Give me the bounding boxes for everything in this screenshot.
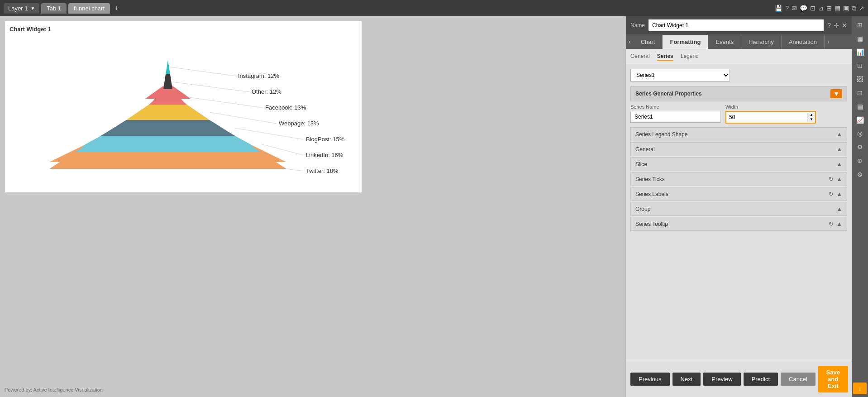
name-label: Name — [630, 22, 645, 29]
tab-chart[interactable]: Chart — [634, 35, 663, 49]
panel-tab-prev-arrow[interactable]: ‹ — [626, 34, 634, 49]
panel-footer: Previous Next Preview Predict Cancel Sav… — [626, 361, 852, 397]
canvas-area: Chart Widget 1 — [0, 16, 625, 397]
layer-tab-arrow[interactable]: ▼ — [30, 6, 35, 11]
grid-icon[interactable]: ⊞ — [826, 5, 832, 12]
series-tooltip-section[interactable]: Series Tooltip ↻ ▲ — [630, 217, 847, 231]
sidebar-table-icon[interactable]: ⊞ — [853, 19, 867, 31]
sidebar-area-icon[interactable]: 📊 — [853, 46, 867, 58]
tab-hierarchy[interactable]: Hierarchy — [741, 35, 782, 49]
width-decrement-btn[interactable]: ▼ — [808, 117, 815, 122]
blogpost-layer — [101, 120, 235, 136]
sidebar-layers-icon[interactable]: ⊡ — [853, 60, 867, 72]
tab-annotation[interactable]: Annotation — [782, 35, 825, 49]
previous-button[interactable]: Previous — [630, 373, 670, 386]
sidebar-image-icon[interactable]: 🖼 — [853, 73, 867, 85]
sidebar-bottom-special-icon[interactable]: ↓ — [853, 383, 867, 394]
subtab-general[interactable]: General — [630, 52, 650, 61]
slice-collapse[interactable]: ▲ — [836, 161, 842, 167]
save-exit-button[interactable]: Save and Exit — [818, 366, 848, 392]
instagram-label: Instagram: 12% — [238, 72, 279, 79]
panel-help-icon[interactable]: ? — [827, 22, 831, 29]
monitor-icon[interactable]: ▣ — [843, 5, 849, 12]
help-icon[interactable]: ? — [785, 5, 789, 12]
series-labels-collapse[interactable]: ▲ — [836, 191, 842, 197]
series-general-section: Series General Properties ▼ — [630, 86, 847, 101]
panel-move-icon[interactable]: ✛ — [834, 22, 839, 29]
series-general-collapse-icon[interactable]: ▼ — [830, 89, 842, 98]
general-collapse[interactable]: ▲ — [836, 146, 842, 153]
general-icons: ▲ — [836, 146, 842, 153]
sidebar-plugin-icon[interactable]: ⊕ — [853, 155, 867, 167]
series-tooltip-title: Series Tooltip — [635, 221, 668, 227]
panel-header-icons: ? ✛ ✕ — [827, 22, 847, 29]
tab-formatting[interactable]: Formatting — [663, 35, 708, 49]
sidebar-gear-icon[interactable]: ⚙ — [853, 141, 867, 153]
series-general-title: Series General Properties — [635, 91, 702, 97]
widget-name-input[interactable] — [649, 19, 824, 31]
width-spinner-container: ▲ ▼ — [725, 111, 816, 124]
width-input[interactable] — [726, 112, 807, 122]
layer-tab-label: Layer 1 — [8, 5, 28, 12]
cancel-button[interactable]: Cancel — [781, 373, 815, 386]
sidebar-filter-icon2[interactable]: ▤ — [853, 100, 867, 112]
sidebar-bar-icon[interactable]: 📈 — [853, 114, 867, 126]
funnel-icon[interactable]: ⊿ — [818, 5, 824, 12]
group-collapse[interactable]: ▲ — [836, 206, 842, 212]
widget-title: Chart Widget 1 — [10, 26, 357, 33]
layer-tab[interactable]: Layer 1 ▼ — [4, 3, 39, 14]
series-general-icons: ▼ — [830, 89, 842, 98]
save-icon[interactable]: 💾 — [775, 5, 782, 12]
panel-close-icon[interactable]: ✕ — [842, 22, 847, 29]
panel-tabs: ‹ Chart Formatting Events Hierarchy Anno… — [626, 34, 852, 49]
arrow-icon[interactable]: ↗ — [859, 5, 864, 12]
mail-icon[interactable]: ✉ — [792, 5, 797, 12]
series-dropdown[interactable]: Series1 Series2 — [630, 69, 730, 81]
predict-button[interactable]: Predict — [744, 373, 778, 386]
series-ticks-section[interactable]: Series Ticks ↻ ▲ — [630, 172, 847, 186]
other-layer — [163, 74, 172, 89]
other-label: Other: 12% — [252, 88, 281, 95]
series-legend-shape-collapse[interactable]: ▲ — [836, 131, 842, 138]
table-icon2[interactable]: ▦ — [835, 5, 840, 12]
series-ticks-refresh[interactable]: ↻ — [829, 176, 834, 182]
right-panel: Name ? ✛ ✕ ‹ Chart Formatting Events Hie… — [625, 16, 852, 397]
series-labels-title: Series Labels — [635, 191, 668, 197]
panel-tab-next-arrow[interactable]: › — [825, 34, 832, 49]
tab1-tab[interactable]: Tab 1 — [41, 3, 67, 14]
sidebar-donut-icon[interactable]: ◎ — [853, 128, 867, 139]
series-tooltip-collapse[interactable]: ▲ — [836, 220, 842, 227]
svg-line-3 — [210, 112, 277, 124]
general-section[interactable]: General ▲ — [630, 142, 847, 156]
series-name-group: Series Name — [630, 104, 721, 124]
top-bar: Layer 1 ▼ Tab 1 funnel chart + 💾 ? ✉ 💬 ⊡… — [0, 0, 868, 16]
series-labels-section[interactable]: Series Labels ↻ ▲ — [630, 187, 847, 201]
group-section[interactable]: Group ▲ — [630, 202, 847, 216]
slice-section[interactable]: Slice ▲ — [630, 157, 847, 171]
copy-icon[interactable]: ⧉ — [852, 5, 856, 12]
series-labels-refresh[interactable]: ↻ — [829, 191, 834, 197]
funnel-tab[interactable]: funnel chart — [68, 3, 110, 14]
widget-container: Chart Widget 1 — [5, 21, 362, 193]
instagram-layer — [166, 60, 170, 74]
sidebar-layout-icon[interactable]: ⊟ — [853, 87, 867, 99]
blogpost-label: BlogPost: 15% — [306, 136, 345, 143]
subtab-series[interactable]: Series — [657, 52, 673, 61]
next-button[interactable]: Next — [672, 373, 701, 386]
series-name-input[interactable] — [630, 111, 721, 123]
filter-icon[interactable]: ⊡ — [810, 5, 816, 12]
subtab-legend[interactable]: Legend — [681, 52, 699, 61]
chart-area: Twitter: 18% LinkedIn: 16% BlogPost: 15%… — [10, 35, 357, 189]
width-increment-btn[interactable]: ▲ — [808, 113, 815, 117]
series-legend-shape-section[interactable]: Series Legend Shape ▲ — [630, 127, 847, 141]
sidebar-network-icon[interactable]: ⊗ — [853, 168, 867, 180]
series-tooltip-refresh[interactable]: ↻ — [829, 220, 834, 227]
tab-events[interactable]: Events — [708, 35, 741, 49]
preview-button[interactable]: Preview — [703, 373, 740, 386]
chat-icon[interactable]: 💬 — [800, 5, 807, 12]
add-tab-button[interactable]: + — [112, 4, 121, 12]
main-content: Chart Widget 1 — [0, 16, 868, 397]
sidebar-chart-icon[interactable]: ▦ — [853, 33, 867, 44]
series-ticks-collapse[interactable]: ▲ — [836, 176, 842, 182]
series-tooltip-icons: ↻ ▲ — [829, 220, 842, 227]
